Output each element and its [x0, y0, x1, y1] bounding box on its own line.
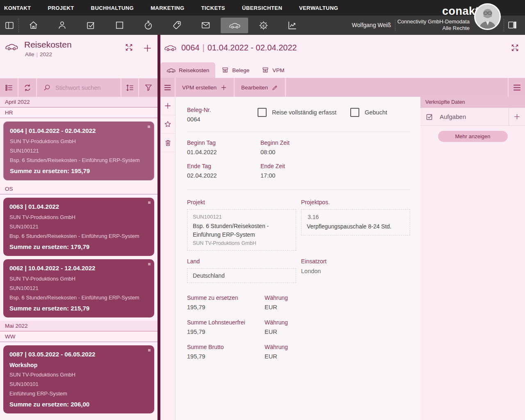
waehrung-value[interactable]: EUR — [265, 304, 410, 310]
module-icon-bar: € conaktiv Wolfgang Weiß Connectivity Gm… — [0, 16, 525, 35]
projects-icon[interactable] — [105, 16, 134, 35]
expense-card[interactable]: 0063 | 01.04.2022SUN TV-Produktions GmbH… — [3, 198, 154, 256]
search-input[interactable] — [55, 84, 113, 91]
contacts-icon[interactable] — [48, 16, 76, 35]
card-detail-line: Bsp. 6 Stunden/Reisekosten - Einführung … — [10, 157, 148, 163]
waehrung-value[interactable]: EUR — [265, 353, 410, 360]
ende-tag-label: Ende Tag — [187, 163, 260, 169]
tasks-icon[interactable] — [76, 16, 105, 35]
expense-card[interactable]: 0087 | 03.05.2022 - 06.05.2022WorkshopSU… — [3, 345, 154, 413]
ende-tag-value[interactable]: 02.04.2022 — [187, 172, 260, 179]
timer-icon[interactable] — [134, 16, 162, 35]
panels-toggle-icon[interactable] — [0, 16, 18, 35]
home-icon[interactable] — [19, 16, 48, 35]
company-name: Connectivity GmbH-Demodata — [397, 18, 470, 25]
card-detail-line: SUN100101 — [9, 381, 148, 387]
user-name[interactable]: Wolfgang Weiß — [352, 22, 391, 28]
waehrung-value[interactable]: EUR — [265, 329, 410, 335]
card-subtitle: Workshop — [9, 362, 148, 368]
land-label: Land — [187, 258, 296, 265]
tags-icon[interactable] — [162, 16, 191, 35]
summe-lohnsteuerfrei-label: Summe Lohnsteuerfrei — [187, 319, 265, 326]
expense-card[interactable]: 0064 | 01.04.2022 - 02.04.2022SUN TV-Pro… — [3, 121, 154, 180]
travel-expenses-icon[interactable] — [221, 18, 248, 33]
user-group-header[interactable]: HR — [0, 107, 158, 118]
filter-icon[interactable] — [139, 78, 158, 97]
projektpos-field[interactable]: 3.16 Verpflegungspauschale 8-24 Std. — [301, 209, 410, 235]
user-group-header[interactable]: OS — [0, 184, 158, 194]
card-sum: Summe zu ersetzen: 215,79 — [9, 305, 148, 312]
panels-right-icon[interactable] — [507, 20, 517, 30]
menu-projekt[interactable]: PROJEKT — [48, 5, 74, 11]
month-group-header[interactable]: April 2022 — [0, 97, 158, 107]
vpm-erstellen-button[interactable]: VPM erstellen — [176, 78, 235, 97]
summe-lohnsteuerfrei-value[interactable]: 195,79 — [187, 329, 265, 335]
add-record-icon[interactable] — [160, 97, 175, 115]
sidebar-filter-summary[interactable]: Alle|2022 — [25, 51, 72, 57]
tab-reisekosten[interactable]: Reisekosten — [160, 62, 215, 78]
aufgaben-item[interactable]: Aufgaben — [420, 108, 525, 126]
projektpos-name: Verpflegungspauschale 8-24 Std. — [307, 222, 404, 231]
menu-marketing[interactable]: MARKETING — [151, 5, 184, 11]
card-corner-marker — [148, 263, 151, 265]
einsatzort-value[interactable]: London — [301, 268, 410, 274]
expand-detail-icon[interactable] — [511, 43, 519, 52]
ende-zeit-value[interactable]: 17:00 — [260, 172, 410, 179]
menu-verwaltung[interactable]: VERWALTUNG — [299, 5, 338, 11]
mail-icon[interactable] — [191, 16, 220, 35]
add-reisekosten-icon[interactable] — [142, 43, 153, 78]
mehr-anzeigen-button[interactable]: Mehr anzeigen — [438, 131, 508, 142]
projekt-name: Bsp. 6 Stunden/Reisekosten - Einführung … — [193, 222, 290, 239]
card-sum: Summe zu ersetzen: 206,00 — [9, 401, 148, 408]
card-detail-line: SUN TV-Produktions GmbH — [10, 138, 148, 144]
svg-text:€: € — [262, 23, 265, 28]
add-aufgabe-icon[interactable] — [509, 108, 525, 126]
tab-vpm[interactable]: VPM — [256, 62, 290, 78]
favorite-star-icon[interactable] — [160, 115, 175, 134]
card-detail-line: SUN100121 — [9, 224, 148, 230]
month-group-header[interactable]: Mai 2022 — [0, 321, 158, 331]
menu-kontakt[interactable]: KONTAKT — [4, 5, 31, 11]
waehrung-label: Währung — [265, 344, 410, 350]
sort-icon[interactable] — [121, 78, 139, 97]
summe-brutto-value[interactable]: 195,79 — [187, 353, 265, 360]
gebucht-label: Gebucht — [365, 109, 387, 116]
finance-icon[interactable]: € — [249, 16, 278, 35]
company-rights: Alle Rechte — [397, 25, 470, 32]
beginn-zeit-value[interactable]: 08:00 — [260, 149, 410, 155]
list-view-icon[interactable] — [0, 78, 18, 97]
expand-sidebar-icon[interactable] — [125, 43, 133, 78]
bearbeiten-button[interactable]: Bearbeiten — [235, 78, 286, 97]
menu-uebersichten[interactable]: ÜBERSICHTEN — [242, 5, 282, 11]
delete-trash-icon[interactable] — [160, 134, 175, 152]
waehrung-label: Währung — [265, 319, 410, 326]
iconbar-right-divider — [504, 19, 504, 32]
menu-buchhaltung[interactable]: BUCHHALTUNG — [91, 5, 134, 11]
linked-data-header: Verknüpfte Daten — [420, 97, 525, 108]
land-field[interactable]: Deutschland — [187, 268, 296, 283]
card-title: 0087 | 03.05.2022 - 06.05.2022 — [9, 351, 148, 358]
gebucht-checkbox[interactable] — [350, 108, 359, 117]
expense-card[interactable]: 0062 | 10.04.2022 - 12.04.2022SUN TV-Pro… — [3, 259, 154, 317]
projekt-field[interactable]: SUN100121 Bsp. 6 Stunden/Reisekosten - E… — [187, 209, 296, 251]
panel-menu-icon[interactable] — [508, 78, 525, 97]
user-group-header[interactable]: WW — [0, 331, 158, 342]
sidebar-search[interactable] — [37, 78, 121, 97]
summe-ersetzen-value[interactable]: 195,79 — [187, 304, 265, 310]
hamburger-menu-icon[interactable] — [160, 78, 176, 97]
summe-ersetzen-label: Summe zu ersetzen — [187, 294, 265, 301]
card-detail-line: SUN100121 — [9, 285, 148, 291]
user-avatar[interactable] — [474, 3, 501, 30]
refresh-icon[interactable] — [18, 78, 37, 97]
waehrung-label: Währung — [265, 294, 410, 301]
menu-tickets[interactable]: TICKETS — [201, 5, 225, 11]
reports-icon[interactable] — [278, 16, 306, 35]
beginn-tag-value[interactable]: 01.04.2022 — [187, 149, 260, 155]
reise-erfasst-checkbox[interactable] — [258, 108, 267, 117]
beleg-nr-label: Beleg-Nr. — [187, 107, 258, 113]
reise-erfasst-label: Reise vollständig erfasst — [272, 109, 336, 116]
record-action-strip — [160, 97, 176, 420]
beleg-nr-value[interactable]: 0064 — [187, 116, 258, 123]
sidebar-main-divider[interactable] — [158, 35, 160, 420]
tab-belege[interactable]: Belege — [215, 62, 256, 78]
